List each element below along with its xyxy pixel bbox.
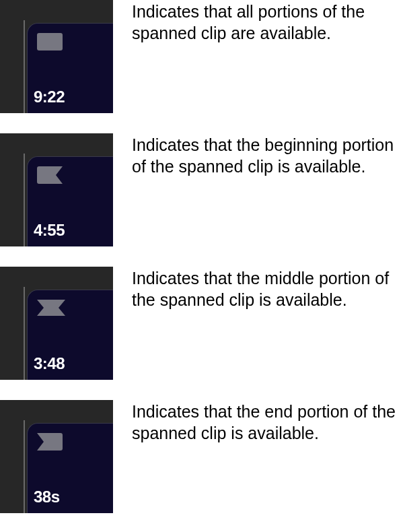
description: Indicates that all portions of the spann…: [132, 0, 401, 44]
clip-thumbnail: 9:22: [0, 0, 113, 113]
divider-line: [24, 287, 25, 380]
marker-beginning-icon: [37, 166, 63, 184]
divider-line: [24, 420, 25, 513]
legend-row: 38s Indicates that the end portion of th…: [0, 400, 401, 513]
clip-body: 4:55: [27, 156, 113, 246]
legend-row: 9:22 Indicates that all portions of the …: [0, 0, 401, 113]
clip-body: 9:22: [27, 23, 113, 113]
legend-row: 4:55 Indicates that the beginning portio…: [0, 133, 401, 246]
clip-thumbnail: 4:55: [0, 133, 113, 246]
description: Indicates that the end portion of the sp…: [132, 400, 401, 444]
legend-row: 3:48 Indicates that the middle portion o…: [0, 267, 401, 380]
timestamp: 38s: [34, 488, 60, 506]
clip-body: 3:48: [27, 290, 113, 380]
timestamp: 9:22: [34, 88, 65, 106]
marker-end-icon: [37, 433, 63, 451]
divider-line: [24, 154, 25, 246]
divider-line: [24, 20, 25, 113]
description: Indicates that the beginning portion of …: [132, 133, 401, 177]
clip-thumbnail: 38s: [0, 400, 113, 513]
description: Indicates that the middle portion of the…: [132, 267, 401, 310]
timestamp: 3:48: [34, 354, 65, 373]
clip-thumbnail: 3:48: [0, 267, 113, 380]
clip-body: 38s: [27, 423, 113, 513]
timestamp: 4:55: [34, 221, 65, 240]
svg-rect-0: [37, 33, 63, 51]
marker-all-icon: [37, 33, 63, 51]
marker-middle-icon: [37, 300, 65, 316]
